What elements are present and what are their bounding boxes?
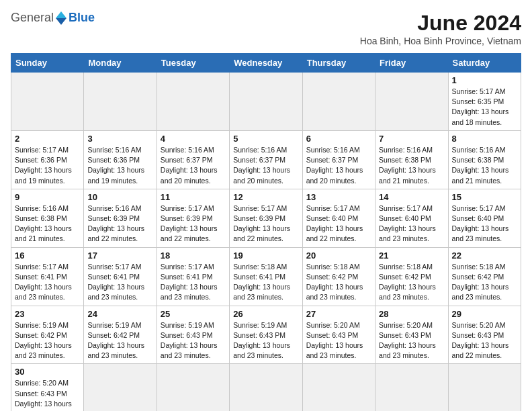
calendar-cell [11, 73, 84, 131]
day-info: Sunrise: 5:17 AM Sunset: 6:39 PM Dayligh… [161, 203, 226, 244]
calendar-cell [157, 73, 229, 131]
day-info: Sunrise: 5:17 AM Sunset: 6:41 PM Dayligh… [161, 262, 226, 303]
day-number: 26 [233, 309, 298, 319]
calendar-cell: 1Sunrise: 5:17 AM Sunset: 6:35 PM Daylig… [448, 73, 521, 131]
day-info: Sunrise: 5:20 AM Sunset: 6:43 PM Dayligh… [15, 378, 80, 411]
calendar-week-row: 23Sunrise: 5:19 AM Sunset: 6:42 PM Dayli… [11, 306, 521, 364]
day-number: 28 [379, 309, 444, 319]
calendar-cell: 7Sunrise: 5:16 AM Sunset: 6:38 PM Daylig… [375, 130, 448, 189]
calendar-cell [84, 73, 157, 131]
calendar-cell: 23Sunrise: 5:19 AM Sunset: 6:42 PM Dayli… [11, 306, 84, 364]
day-info: Sunrise: 5:17 AM Sunset: 6:41 PM Dayligh… [15, 262, 80, 303]
day-info: Sunrise: 5:17 AM Sunset: 6:40 PM Dayligh… [379, 203, 444, 244]
header: General Blue June 2024 Hoa Binh, Hoa Bin… [11, 11, 521, 46]
calendar-cell: 30Sunrise: 5:20 AM Sunset: 6:43 PM Dayli… [11, 364, 84, 411]
day-info: Sunrise: 5:17 AM Sunset: 6:40 PM Dayligh… [306, 203, 371, 244]
calendar-cell: 5Sunrise: 5:16 AM Sunset: 6:37 PM Daylig… [230, 130, 302, 189]
calendar-week-row: 2Sunrise: 5:17 AM Sunset: 6:36 PM Daylig… [11, 130, 521, 189]
day-number: 17 [87, 250, 152, 261]
day-info: Sunrise: 5:18 AM Sunset: 6:41 PM Dayligh… [233, 262, 298, 303]
day-number: 29 [452, 309, 517, 319]
day-number: 6 [306, 134, 371, 144]
day-number: 10 [87, 192, 152, 202]
day-number: 8 [452, 134, 517, 144]
day-number: 23 [15, 309, 80, 319]
calendar-cell: 6Sunrise: 5:16 AM Sunset: 6:37 PM Daylig… [302, 130, 375, 189]
day-info: Sunrise: 5:19 AM Sunset: 6:42 PM Dayligh… [87, 320, 152, 361]
calendar-week-row: 9Sunrise: 5:16 AM Sunset: 6:38 PM Daylig… [11, 189, 521, 247]
day-number: 20 [306, 250, 371, 261]
day-number: 25 [161, 309, 226, 319]
day-number: 13 [306, 192, 371, 202]
calendar-cell: 28Sunrise: 5:20 AM Sunset: 6:43 PM Dayli… [375, 306, 448, 364]
location-title: Hoa Binh, Hoa Binh Province, Vietnam [360, 36, 521, 46]
day-number: 3 [87, 134, 152, 144]
day-number: 16 [15, 250, 80, 261]
calendar-cell: 25Sunrise: 5:19 AM Sunset: 6:43 PM Dayli… [157, 306, 229, 364]
day-number: 12 [233, 192, 298, 202]
calendar-cell [230, 364, 302, 411]
day-info: Sunrise: 5:16 AM Sunset: 6:38 PM Dayligh… [452, 145, 517, 186]
weekday-header: Friday [375, 54, 448, 73]
calendar-cell [302, 364, 375, 411]
calendar-cell: 26Sunrise: 5:19 AM Sunset: 6:43 PM Dayli… [230, 306, 302, 364]
calendar-table: SundayMondayTuesdayWednesdayThursdayFrid… [11, 53, 521, 411]
day-number: 30 [15, 367, 80, 377]
day-number: 5 [233, 134, 298, 144]
day-info: Sunrise: 5:16 AM Sunset: 6:38 PM Dayligh… [15, 203, 80, 244]
calendar-cell: 19Sunrise: 5:18 AM Sunset: 6:41 PM Dayli… [230, 247, 302, 306]
day-number: 21 [379, 250, 444, 261]
calendar-cell: 16Sunrise: 5:17 AM Sunset: 6:41 PM Dayli… [11, 247, 84, 306]
day-info: Sunrise: 5:20 AM Sunset: 6:43 PM Dayligh… [306, 320, 371, 361]
weekday-header: Thursday [302, 54, 375, 73]
day-number: 4 [161, 134, 226, 144]
weekday-header: Wednesday [230, 54, 302, 73]
day-info: Sunrise: 5:17 AM Sunset: 6:39 PM Dayligh… [233, 203, 298, 244]
calendar-week-row: 16Sunrise: 5:17 AM Sunset: 6:41 PM Dayli… [11, 247, 521, 306]
calendar-cell: 4Sunrise: 5:16 AM Sunset: 6:37 PM Daylig… [157, 130, 229, 189]
calendar-cell: 20Sunrise: 5:18 AM Sunset: 6:42 PM Dayli… [302, 247, 375, 306]
weekday-header: Saturday [448, 54, 521, 73]
day-info: Sunrise: 5:20 AM Sunset: 6:43 PM Dayligh… [379, 320, 444, 361]
day-info: Sunrise: 5:18 AM Sunset: 6:42 PM Dayligh… [452, 262, 517, 303]
logo-blue: Blue [69, 11, 95, 25]
day-number: 11 [161, 192, 226, 202]
day-info: Sunrise: 5:18 AM Sunset: 6:42 PM Dayligh… [379, 262, 444, 303]
day-info: Sunrise: 5:17 AM Sunset: 6:41 PM Dayligh… [87, 262, 152, 303]
calendar-cell: 14Sunrise: 5:17 AM Sunset: 6:40 PM Dayli… [375, 189, 448, 247]
day-info: Sunrise: 5:17 AM Sunset: 6:36 PM Dayligh… [15, 145, 80, 186]
day-info: Sunrise: 5:16 AM Sunset: 6:39 PM Dayligh… [87, 203, 152, 244]
calendar-cell: 10Sunrise: 5:16 AM Sunset: 6:39 PM Dayli… [84, 189, 157, 247]
day-number: 18 [161, 250, 226, 261]
calendar-cell: 9Sunrise: 5:16 AM Sunset: 6:38 PM Daylig… [11, 189, 84, 247]
day-info: Sunrise: 5:19 AM Sunset: 6:43 PM Dayligh… [161, 320, 226, 361]
day-info: Sunrise: 5:18 AM Sunset: 6:42 PM Dayligh… [306, 262, 371, 303]
calendar-cell: 21Sunrise: 5:18 AM Sunset: 6:42 PM Dayli… [375, 247, 448, 306]
calendar-cell: 18Sunrise: 5:17 AM Sunset: 6:41 PM Dayli… [157, 247, 229, 306]
calendar-cell: 15Sunrise: 5:17 AM Sunset: 6:40 PM Dayli… [448, 189, 521, 247]
day-number: 2 [15, 134, 80, 144]
calendar-cell [157, 364, 229, 411]
calendar-cell: 27Sunrise: 5:20 AM Sunset: 6:43 PM Dayli… [302, 306, 375, 364]
day-number: 14 [379, 192, 444, 202]
day-number: 22 [452, 250, 517, 261]
day-number: 24 [87, 309, 152, 319]
calendar-cell [302, 73, 375, 131]
day-info: Sunrise: 5:20 AM Sunset: 6:43 PM Dayligh… [452, 320, 517, 361]
calendar-cell: 13Sunrise: 5:17 AM Sunset: 6:40 PM Dayli… [302, 189, 375, 247]
calendar-cell [375, 73, 448, 131]
calendar-week-row: 1Sunrise: 5:17 AM Sunset: 6:35 PM Daylig… [11, 73, 521, 131]
calendar-cell: 12Sunrise: 5:17 AM Sunset: 6:39 PM Dayli… [230, 189, 302, 247]
calendar-week-row: 30Sunrise: 5:20 AM Sunset: 6:43 PM Dayli… [11, 364, 521, 411]
day-info: Sunrise: 5:16 AM Sunset: 6:37 PM Dayligh… [306, 145, 371, 186]
day-number: 9 [15, 192, 80, 202]
calendar-header: SundayMondayTuesdayWednesdayThursdayFrid… [11, 54, 521, 73]
calendar-cell [448, 364, 521, 411]
calendar-cell [230, 73, 302, 131]
day-info: Sunrise: 5:16 AM Sunset: 6:37 PM Dayligh… [233, 145, 298, 186]
logo: General Blue [11, 11, 95, 25]
weekday-header: Tuesday [157, 54, 229, 73]
calendar-cell: 3Sunrise: 5:16 AM Sunset: 6:36 PM Daylig… [84, 130, 157, 189]
calendar-cell: 22Sunrise: 5:18 AM Sunset: 6:42 PM Dayli… [448, 247, 521, 306]
day-info: Sunrise: 5:16 AM Sunset: 6:38 PM Dayligh… [379, 145, 444, 186]
